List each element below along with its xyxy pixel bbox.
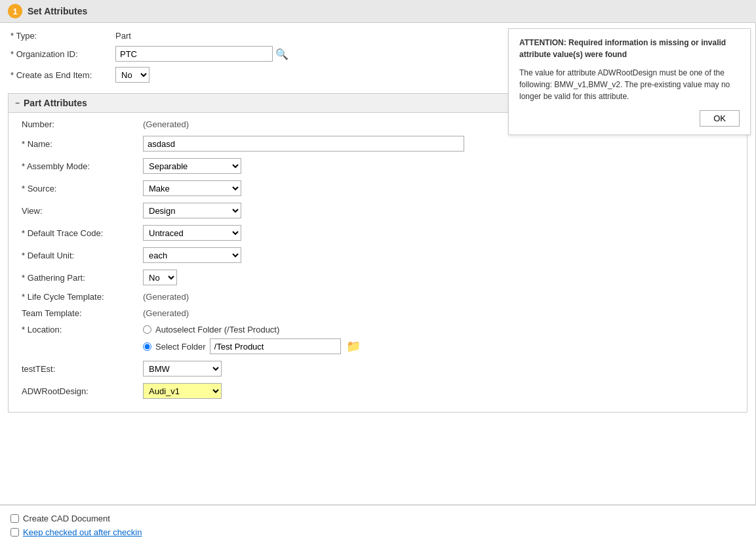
autoselect-label: Autoselect Folder (/Test Product) — [155, 325, 279, 335]
keep-checked-checkbox[interactable] — [10, 528, 19, 537]
create-end-item-label: * Create as End Item: — [10, 70, 115, 80]
gathering-part-select[interactable]: No Yes — [143, 270, 177, 285]
search-icon: 🔍 — [275, 49, 288, 60]
page-title: Set Attributes — [28, 6, 87, 16]
testtest-label: testTEst: — [22, 364, 143, 374]
location-group: Autoselect Folder (/Test Product) Select… — [143, 325, 361, 354]
org-label: * Organization ID: — [10, 49, 115, 59]
trace-code-label: * Default Trace Code: — [22, 228, 143, 238]
source-select[interactable]: Make Buy Make or Buy — [143, 180, 241, 196]
header-icon-label: 1 — [12, 7, 17, 16]
cad-doc-label: Create CAD Document — [23, 514, 110, 523]
keep-checked-label[interactable]: Keep checked out after checkin — [23, 527, 142, 537]
source-label: * Source: — [22, 184, 143, 193]
name-input[interactable] — [143, 136, 464, 152]
adwroot-select[interactable]: Audi_v1 BMW_v1 BMW_v2 — [143, 383, 222, 399]
trace-code-select[interactable]: Untraced Traced — [143, 225, 241, 241]
name-label: * Name: — [22, 139, 143, 149]
main-container: 1 Set Attributes * Type: Part * Organiza… — [0, 0, 756, 549]
name-row: * Name: — [22, 136, 734, 152]
view-select[interactable]: Design Manufacturing Analysis — [143, 203, 241, 218]
type-value: Part — [115, 31, 131, 41]
location-row: * Location: Autoselect Folder (/Test Pro… — [22, 325, 734, 354]
alert-ok-button[interactable]: OK — [700, 110, 740, 127]
folder-icon: 📁 — [346, 340, 361, 353]
gathering-part-label: * Gathering Part: — [22, 273, 143, 283]
content-area: * Type: Part * Organization ID: 🔍 * Crea… — [0, 23, 756, 504]
org-search-button[interactable]: 🔍 — [275, 48, 288, 60]
lifecycle-row: * Life Cycle Template: (Generated) — [22, 292, 734, 302]
team-template-label: Team Template: — [22, 308, 143, 318]
header: 1 Set Attributes — [0, 0, 756, 23]
create-end-item-select[interactable]: No Yes — [115, 67, 149, 83]
lifecycle-value: (Generated) — [143, 292, 189, 302]
view-label: View: — [22, 206, 143, 216]
section-title: Part Attributes — [24, 98, 87, 108]
alert-ok-row: OK — [519, 110, 740, 127]
team-template-value: (Generated) — [143, 308, 189, 318]
assembly-mode-select[interactable]: Separable Inseparable — [143, 158, 241, 174]
cad-doc-checkbox[interactable] — [10, 514, 19, 523]
adwroot-label: ADWRootDesign: — [22, 386, 143, 396]
unit-label: * Default Unit: — [22, 251, 143, 260]
unit-select[interactable]: each mm kg piece — [143, 247, 241, 263]
source-row: * Source: Make Buy Make or Buy — [22, 180, 734, 196]
collapse-icon[interactable]: − — [15, 98, 20, 108]
select-folder-label: Select Folder — [155, 342, 206, 352]
alert-attention-text: ATTENTION: Required information is missi… — [519, 37, 740, 60]
folder-path-input[interactable] — [210, 338, 341, 354]
keep-checked-row: Keep checked out after checkin — [10, 527, 746, 537]
location-label: * Location: — [22, 325, 143, 335]
number-value: (Generated) — [143, 119, 189, 129]
header-icon: 1 — [8, 4, 22, 18]
autoselect-option: Autoselect Folder (/Test Product) — [143, 325, 361, 335]
autoselect-radio[interactable] — [143, 325, 151, 334]
folder-browse-button[interactable]: 📁 — [346, 339, 361, 354]
lifecycle-label: * Life Cycle Template: — [22, 292, 143, 302]
testtest-row: testTEst: BMW Audi Mercedes — [22, 361, 734, 376]
view-row: View: Design Manufacturing Analysis — [22, 203, 734, 218]
bottom-section: Create CAD Document Keep checked out aft… — [0, 505, 756, 549]
gathering-part-row: * Gathering Part: No Yes — [22, 270, 734, 285]
part-attributes-section: − Part Attributes Number: (Generated) * … — [8, 93, 747, 413]
select-folder-option: Select Folder 📁 — [143, 338, 361, 354]
assembly-mode-row: * Assembly Mode: Separable Inseparable — [22, 158, 734, 174]
team-template-row: Team Template: (Generated) — [22, 308, 734, 318]
org-input[interactable] — [115, 46, 273, 62]
cad-doc-row: Create CAD Document — [10, 514, 746, 523]
select-folder-radio[interactable] — [143, 342, 151, 351]
unit-row: * Default Unit: each mm kg piece — [22, 247, 734, 263]
number-label: Number: — [22, 119, 143, 129]
testtest-select[interactable]: BMW Audi Mercedes — [143, 361, 222, 376]
alert-detail-text: The value for attribute ADWRootDesign mu… — [519, 67, 740, 102]
attrs-content: Number: (Generated) * Name: * Assembly M… — [9, 113, 747, 412]
trace-code-row: * Default Trace Code: Untraced Traced — [22, 225, 734, 241]
alert-panel: ATTENTION: Required information is missi… — [508, 28, 751, 135]
assembly-mode-label: * Assembly Mode: — [22, 161, 143, 171]
adwroot-row: ADWRootDesign: Audi_v1 BMW_v1 BMW_v2 — [22, 383, 734, 399]
type-label: * Type: — [10, 31, 115, 41]
